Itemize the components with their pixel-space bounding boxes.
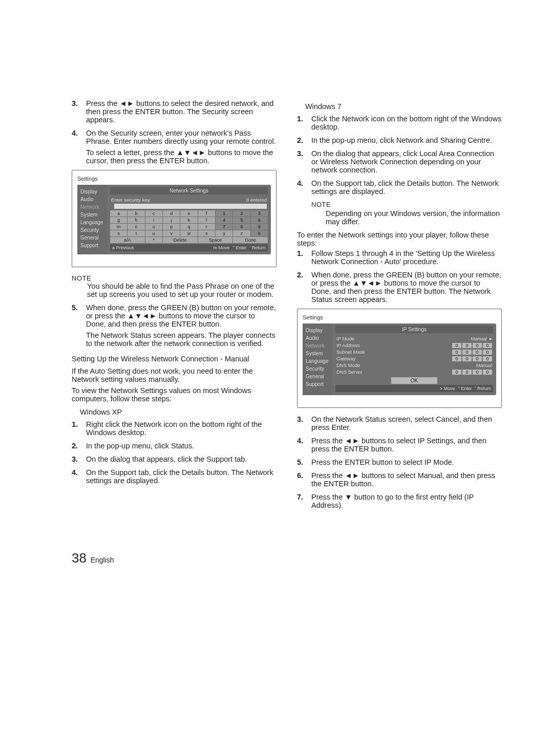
key[interactable]: z <box>233 230 250 236</box>
key[interactable]: y <box>216 230 232 236</box>
enter-step-2: 2.When done, press the GREEN (B) button … <box>297 271 502 304</box>
key[interactable]: n <box>127 224 144 230</box>
key[interactable]: s <box>110 230 127 236</box>
key[interactable]: x <box>198 230 215 236</box>
subheading-win7: Windows 7 <box>305 102 502 111</box>
side-audio: Audio <box>303 334 332 342</box>
key[interactable]: o <box>145 224 162 230</box>
key[interactable]: h <box>127 217 144 223</box>
row-value[interactable]: Manual ▸ <box>471 336 492 341</box>
key[interactable]: r <box>198 224 215 230</box>
key[interactable]: i <box>145 217 162 223</box>
note-body: You should be able to find the Pass Phra… <box>87 282 276 298</box>
w7-step-2: 2.In the pop-up menu, click Network and … <box>297 136 502 144</box>
key[interactable]: 8 <box>233 224 250 230</box>
key[interactable]: 4 <box>216 217 232 223</box>
side-audio: Audio <box>77 196 107 203</box>
key[interactable]: 9 <box>251 224 268 230</box>
key-done[interactable]: Done <box>233 237 268 243</box>
side-display: Display <box>303 327 332 334</box>
key[interactable]: p <box>163 224 180 230</box>
foot-enter: " Enter <box>233 245 247 250</box>
side-system: System <box>303 350 332 357</box>
row-label: Gateway <box>336 356 356 361</box>
ui-prompt-row: Enter security key. 0 entered <box>110 197 268 203</box>
key[interactable]: g <box>110 217 127 223</box>
key[interactable]: k <box>180 217 197 223</box>
key[interactable]: 1 <box>216 210 232 217</box>
w7-step-1: 1.Click the Network icon on the bottom r… <box>297 115 502 131</box>
enter-step-5: 5.Press the ENTER button to select IP Mo… <box>297 458 502 466</box>
step-body: Click the Network icon on the bottom rig… <box>311 115 502 131</box>
key[interactable]: a <box>110 210 127 217</box>
step-num: 3. <box>297 415 311 431</box>
key[interactable]: l <box>198 217 215 223</box>
ip-grid[interactable]: 0000 <box>452 356 492 361</box>
key[interactable]: e <box>180 210 197 217</box>
step-num: 1. <box>72 420 86 437</box>
key[interactable]: q <box>180 224 197 230</box>
key-space[interactable]: Space <box>198 237 233 243</box>
key[interactable]: c <box>145 210 162 217</box>
side-display: Display <box>77 188 107 196</box>
key[interactable]: 7 <box>216 224 232 230</box>
step-num: 7. <box>297 493 311 509</box>
page-lang: English <box>91 556 114 564</box>
side-network: Network <box>303 342 332 350</box>
foot-return: ' Return <box>475 386 491 391</box>
row-label: DNS Mode <box>336 362 360 368</box>
manual-p2: To view the Network Settings values on m… <box>72 386 276 403</box>
key[interactable]: m <box>110 224 127 230</box>
key-case[interactable]: a/A <box>110 237 145 243</box>
step-num: 4. <box>297 179 311 196</box>
side-general: General <box>77 234 107 242</box>
row-label: DNS Server <box>336 369 363 375</box>
w7-step-3: 3.On the dialog that appears, click Loca… <box>297 149 502 174</box>
ip-grid[interactable]: 0000 <box>452 343 492 348</box>
step-5: 5. When done, press the GREEN (B) button… <box>72 304 276 348</box>
key[interactable]: 5 <box>233 217 250 223</box>
xp-step-4: 4.On the Support tab, click the Details … <box>72 468 276 485</box>
note-body: Depending on your Windows version, the i… <box>326 209 502 226</box>
side-support: Support <box>77 242 107 249</box>
step-subtext: The Network Status screen appears. The p… <box>86 331 276 348</box>
step-num: 5. <box>72 304 86 348</box>
key[interactable]: b <box>127 210 144 217</box>
key[interactable]: u <box>145 230 162 236</box>
ui-main: Network Settings Enter security key. 0 e… <box>107 185 271 254</box>
step-body: On the Support tab, click the Details bu… <box>86 468 276 485</box>
ui-panel: Display Audio Network System Language Se… <box>77 185 271 254</box>
key[interactable]: 2 <box>233 210 250 217</box>
step-num: 2. <box>297 136 311 144</box>
side-security: Security <box>77 226 107 234</box>
key[interactable]: d <box>163 210 180 217</box>
key[interactable]: 6 <box>251 217 268 223</box>
heading-manual: Setting Up the Wireless Network Connecti… <box>72 355 276 363</box>
key[interactable]: 3 <box>251 210 268 217</box>
step-body: When done, press the GREEN (B) button on… <box>311 271 502 304</box>
key[interactable]: j <box>163 217 180 223</box>
key[interactable]: t <box>127 230 144 236</box>
key[interactable]: v <box>163 230 180 236</box>
step-body: On the dialog that appears, click Local … <box>311 149 502 174</box>
ok-button[interactable]: OK <box>391 377 437 384</box>
step-num: 4. <box>72 468 86 485</box>
step-body: Press the ◄► buttons to select IP Settin… <box>311 437 502 453</box>
security-key-input[interactable] <box>114 204 267 209</box>
key[interactable]: w <box>180 230 197 236</box>
ip-grid[interactable]: 0000 <box>452 350 492 355</box>
step-4: 4. On the Security screen, enter your ne… <box>72 129 276 165</box>
ip-grid[interactable]: 0000 <box>452 370 492 375</box>
step-num: 1. <box>297 115 311 131</box>
step-body: On the Network Status screen, select Can… <box>311 415 502 431</box>
key-star[interactable]: * <box>145 237 162 243</box>
step-num: 2. <box>72 442 86 450</box>
ui-headline: IP Settings <box>335 326 493 333</box>
key[interactable]: 0 <box>251 230 268 236</box>
row-value[interactable]: Manual <box>476 362 492 368</box>
step-body: Press the ◄► buttons to select Manual, a… <box>311 471 502 488</box>
key[interactable]: f <box>198 210 215 217</box>
key-delete[interactable]: Delete <box>163 237 198 243</box>
ui-sidebar: Display Audio Network System Language Se… <box>303 323 332 395</box>
step-subtext: To select a letter, press the ▲▼◄► butto… <box>86 148 276 165</box>
